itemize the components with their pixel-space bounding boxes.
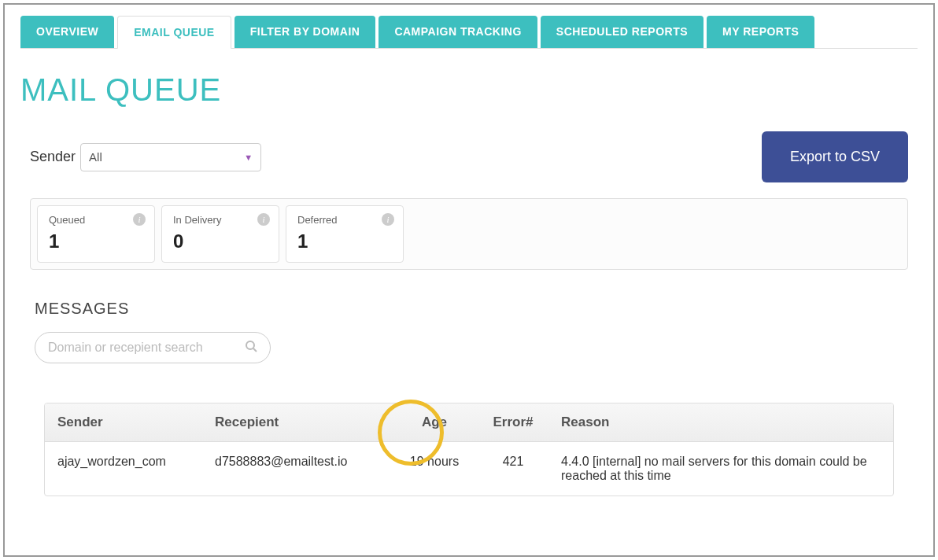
search-input[interactable]: Domain or recepient search bbox=[35, 332, 271, 363]
tab-overview[interactable]: OVERVIEW bbox=[20, 16, 114, 48]
svg-line-7 bbox=[253, 348, 257, 352]
stat-label: In Delivery bbox=[173, 214, 268, 226]
sender-filter-group: Sender All ▼ bbox=[30, 143, 261, 171]
svg-text:i: i bbox=[262, 215, 264, 224]
export-csv-button[interactable]: Export to CSV bbox=[762, 131, 908, 182]
search-icon bbox=[245, 340, 257, 356]
cell-age: 19 hours bbox=[391, 442, 478, 496]
chevron-down-icon: ▼ bbox=[244, 153, 253, 162]
col-header-error[interactable]: Error# bbox=[478, 403, 548, 442]
app-frame: OVERVIEW EMAIL QUEUE FILTER BY DOMAIN CA… bbox=[3, 3, 935, 557]
controls-row: Sender All ▼ Export to CSV bbox=[20, 131, 918, 182]
col-header-sender[interactable]: Sender bbox=[45, 403, 202, 442]
stat-label: Queued bbox=[49, 214, 143, 226]
page-title: MAIL QUEUE bbox=[20, 72, 918, 108]
search-placeholder: Domain or recepient search bbox=[48, 341, 203, 355]
tab-bar: OVERVIEW EMAIL QUEUE FILTER BY DOMAIN CA… bbox=[20, 16, 918, 49]
info-icon[interactable]: i bbox=[132, 212, 146, 227]
sender-selected-value: All bbox=[89, 150, 102, 164]
cell-recepient: d7588883@emailtest.io bbox=[202, 442, 391, 496]
cell-error: 421 bbox=[478, 442, 548, 496]
stats-panel: Queued 1 i In Delivery 0 i Deferred 1 i bbox=[30, 198, 908, 270]
stat-card-in-delivery[interactable]: In Delivery 0 i bbox=[161, 205, 279, 263]
sender-select[interactable]: All ▼ bbox=[80, 143, 261, 171]
stat-card-deferred[interactable]: Deferred 1 i bbox=[286, 205, 404, 263]
info-icon[interactable]: i bbox=[257, 212, 271, 227]
col-header-recepient[interactable]: Recepient bbox=[202, 403, 391, 442]
messages-table: Sender Recepient Age Error# Reason ajay_… bbox=[44, 403, 894, 496]
sender-label: Sender bbox=[30, 149, 76, 165]
col-header-reason[interactable]: Reason bbox=[548, 403, 893, 442]
cell-sender: ajay_wordzen_com bbox=[45, 442, 202, 496]
stat-card-queued[interactable]: Queued 1 i bbox=[37, 205, 155, 263]
tab-campaign-tracking[interactable]: CAMPAIGN TRACKING bbox=[379, 16, 537, 48]
tab-email-queue[interactable]: EMAIL QUEUE bbox=[117, 16, 231, 49]
stat-value: 1 bbox=[297, 230, 392, 252]
info-icon[interactable]: i bbox=[381, 212, 395, 227]
svg-text:i: i bbox=[386, 215, 389, 224]
table-row[interactable]: ajay_wordzen_com d7588883@emailtest.io 1… bbox=[45, 442, 893, 496]
svg-point-6 bbox=[246, 341, 254, 349]
tab-filter-by-domain[interactable]: FILTER BY DOMAIN bbox=[234, 16, 376, 48]
col-header-age[interactable]: Age bbox=[391, 403, 478, 442]
stat-value: 0 bbox=[173, 230, 268, 252]
svg-text:i: i bbox=[138, 215, 140, 224]
table-header-row: Sender Recepient Age Error# Reason bbox=[45, 403, 893, 442]
stat-label: Deferred bbox=[297, 214, 392, 226]
messages-title: MESSAGES bbox=[35, 300, 918, 318]
stat-value: 1 bbox=[49, 230, 143, 252]
cell-reason: 4.4.0 [internal] no mail servers for thi… bbox=[548, 442, 893, 496]
tab-scheduled-reports[interactable]: SCHEDULED REPORTS bbox=[541, 16, 704, 48]
tab-my-reports[interactable]: MY REPORTS bbox=[707, 16, 814, 48]
